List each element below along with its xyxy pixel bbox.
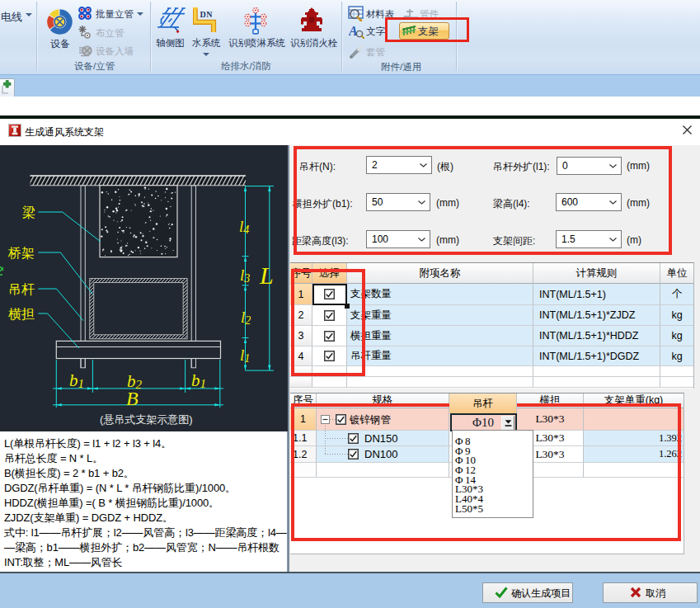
svg-text:b1: b1 — [69, 370, 84, 390]
svg-text:横担: 横担 — [8, 307, 35, 321]
svg-text:B: B — [126, 388, 139, 409]
svg-text:b1: b1 — [191, 370, 206, 390]
svg-text:桥架: 桥架 — [7, 246, 35, 260]
svg-text:l4: l4 — [239, 218, 249, 236]
svg-text:A: A — [349, 24, 358, 38]
svg-text:吊杆: 吊杆 — [8, 282, 35, 296]
svg-text:(悬吊式支架示意图): (悬吊式支架示意图) — [100, 413, 193, 426]
svg-text:梁: 梁 — [22, 205, 35, 219]
svg-text:L: L — [259, 262, 274, 289]
svg-text:l2: l2 — [241, 309, 251, 327]
svg-text:DN: DN — [200, 10, 214, 19]
